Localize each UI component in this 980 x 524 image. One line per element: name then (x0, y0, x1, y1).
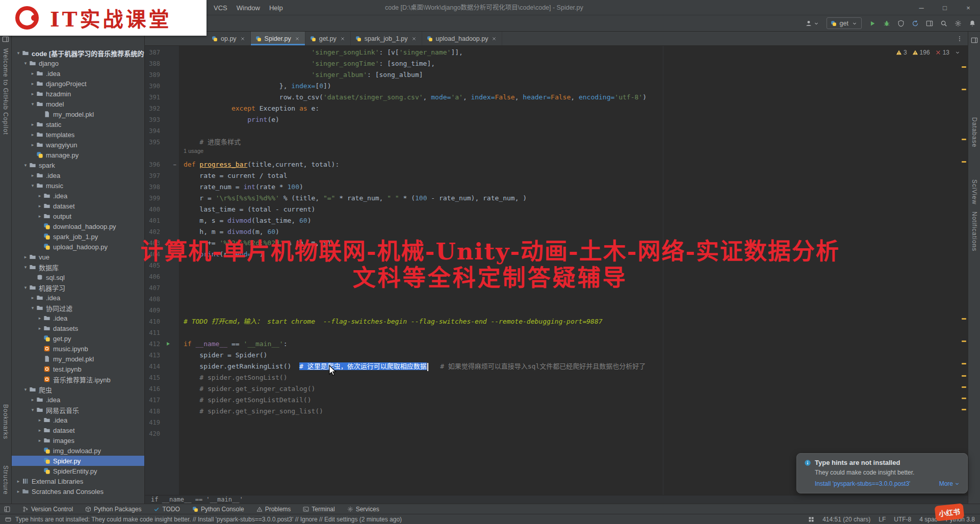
code-line-419[interactable]: 419 (145, 417, 968, 428)
gutter-cell[interactable] (160, 81, 179, 92)
coverage-button[interactable] (897, 20, 905, 27)
menu-vcs[interactable]: VCS (209, 3, 232, 13)
tool-window-button-services[interactable]: Services (347, 506, 379, 513)
tree-item-djangoproject[interactable]: ▸djangoProject (12, 78, 144, 89)
gutter-cell[interactable] (160, 417, 179, 428)
tree-item-item[interactable]: ▾协同过滤 (12, 303, 144, 313)
window-maximize-button[interactable]: □ (933, 0, 957, 15)
tree-item-hzadmin[interactable]: ▸hzadmin (12, 89, 144, 99)
tree-item-idea[interactable]: ▸.idea (12, 415, 144, 425)
tool-window-button-version-control[interactable]: Version Control (22, 506, 73, 513)
tree-item-test-ipynb[interactable]: test.ipynb (12, 364, 144, 374)
tree-item-scratches-and-consoles[interactable]: ▸Scratches and Consoles (12, 486, 144, 496)
code-line-412[interactable]: 412if __name__ == '__main__': (145, 338, 968, 350)
tab-spider-py[interactable]: Spider.py (251, 32, 305, 45)
window-close-button[interactable]: × (957, 0, 980, 15)
tree-item-idea[interactable]: ▸.idea (12, 293, 144, 303)
tree-item-item[interactable]: ▾数据库 (12, 262, 144, 272)
tree-item-idea[interactable]: ▸.idea (12, 170, 144, 180)
code-line-399[interactable]: 399 r = '\r%s[%s%s]%d%%' % (title, "=" *… (145, 193, 968, 204)
tool-button-notifications[interactable]: Notifications (971, 212, 978, 251)
line-separator[interactable]: LF (879, 516, 886, 523)
code-line-400[interactable]: 400 last_time = (total - current) (145, 204, 968, 215)
tree-item-img-dowload-py[interactable]: img_dowload.py (12, 446, 144, 456)
warning-stripe-mark[interactable] (962, 386, 966, 388)
tool-button-database[interactable]: Database (971, 117, 978, 147)
gutter-cell[interactable] (160, 58, 179, 69)
tree-item-manage-py[interactable]: manage.py (12, 150, 144, 160)
code-line-410[interactable]: 410# TODO 打开cmd，输入： start chrome --flag-… (145, 316, 968, 327)
tree-item-my-model-pkl[interactable]: my_model.pkl (12, 109, 144, 119)
gutter-cell[interactable] (160, 69, 179, 81)
warning-stripe-mark[interactable] (962, 340, 966, 342)
gutter-cell[interactable] (160, 238, 179, 249)
user-account-dropdown[interactable] (805, 20, 819, 27)
tree-item-external-libraries[interactable]: ▸External Libraries (12, 476, 144, 486)
tree-item-idea[interactable]: ▸.idea (12, 191, 144, 201)
gutter-cell[interactable] (160, 92, 179, 103)
code-line-395[interactable]: 395 # 进度条样式 (145, 137, 968, 148)
code-line-403[interactable]: 403 r += '%02d:%02d:%02d' % (h, m, s) (145, 238, 968, 249)
project-tree-panel[interactable]: ▾code [基于机器学习的音乐推荐系统的设▾django▸.idea▸djan… (12, 32, 144, 504)
warning-stripe-mark[interactable] (962, 161, 966, 163)
breadcrumb[interactable]: if __name__ == '__main__' (145, 495, 968, 504)
code-editor[interactable]: 387 'singer_songLink': [v['singer_name']… (145, 46, 968, 495)
tree-item-datasets[interactable]: ▸datasets (12, 323, 144, 333)
gutter-cell[interactable] (160, 350, 179, 361)
tool-button-sciview[interactable]: SciView (971, 179, 978, 204)
status-terminal-icon[interactable] (5, 516, 11, 522)
warning-stripe-mark[interactable] (962, 66, 966, 68)
tree-item-idea[interactable]: ▸.idea (12, 395, 144, 405)
tree-item-item[interactable]: ▾爬虫 (12, 384, 144, 395)
gutter-cell[interactable] (160, 181, 179, 193)
code-line-413[interactable]: 413 spider = Spider() (145, 350, 968, 361)
code-line-401[interactable]: 401 m, s = divmod(last_time, 60) (145, 215, 968, 226)
usages-hint[interactable]: 1 usage (179, 148, 203, 159)
tree-item-spark-job-1-py[interactable]: spark_job_1.py (12, 231, 144, 242)
tab-op-py[interactable]: op.py (207, 32, 251, 45)
code-line-404[interactable]: 404 print(r, end='') (145, 249, 968, 260)
code-line-418[interactable]: 418 # spider.get_singer_song_list() (145, 406, 968, 417)
gutter-cell[interactable] (160, 361, 179, 372)
gutter-cell[interactable] (160, 395, 179, 406)
warning-stripe-mark[interactable] (962, 398, 966, 399)
gutter-cell[interactable] (160, 372, 179, 383)
gutter-cell[interactable] (160, 249, 179, 260)
tab-upload-hadoop-py[interactable]: upload_hadoop.py (422, 32, 503, 45)
gutter-cell[interactable] (160, 193, 179, 204)
status-message[interactable]: Type hints are not installed: They could… (15, 516, 402, 523)
menu-help[interactable]: Help (265, 3, 288, 13)
code-line-390[interactable]: 390 }, index=[0]) (145, 81, 968, 92)
tree-item-sql-sql[interactable]: sql.sql (12, 272, 144, 282)
code-line-415[interactable]: 415 # spider.getSongList() (145, 372, 968, 383)
tree-item-my-model-pkl[interactable]: my_model.pkl (12, 354, 144, 364)
gutter-cell[interactable] (160, 204, 179, 215)
search-button[interactable] (940, 20, 947, 27)
tool-window-button-python-console[interactable]: Python Console (192, 506, 244, 513)
tree-item-wangyiyun[interactable]: ▸wangyiyun (12, 140, 144, 150)
tree-item-upload-hadoop-py[interactable]: upload_hadoop.py (12, 242, 144, 252)
gutter-cell[interactable]: − (160, 159, 179, 170)
typo-indicator[interactable]: 13 (935, 49, 949, 56)
warning-indicator[interactable]: 196 (912, 49, 930, 56)
gutter-cell[interactable] (160, 282, 179, 294)
gutter-cell[interactable] (160, 406, 179, 417)
tree-item-static[interactable]: ▸static (12, 119, 144, 129)
tree-item-vue[interactable]: ▸vue (12, 252, 144, 262)
run-gutter-icon[interactable] (165, 341, 171, 347)
tool-window-switcher[interactable] (4, 506, 10, 512)
tree-item-idea[interactable]: ▸.idea (12, 313, 144, 323)
tree-item-music-ipynb[interactable]: music.ipynb (12, 344, 144, 354)
gutter-cell[interactable] (160, 137, 179, 148)
gutter-cell[interactable] (160, 338, 179, 350)
tree-item-item[interactable]: ▾网易云音乐 (12, 405, 144, 415)
editor-layout-icon[interactable] (971, 37, 978, 46)
code-line-416[interactable]: 416 # spider.get_singer_catalog() (145, 383, 968, 395)
tool-button-welcome-to-github-copilot[interactable]: Welcome to GitHub Copilot (2, 48, 9, 135)
warning-stripe-mark[interactable] (962, 409, 966, 410)
tree-item-get-py[interactable]: get.py (12, 333, 144, 344)
tool-window-button-todo[interactable]: TODO (153, 506, 179, 513)
indent-style[interactable]: 4 spac (919, 516, 937, 523)
tree-item-dataset[interactable]: ▸dataset (12, 425, 144, 435)
gutter-cell[interactable] (160, 428, 179, 439)
